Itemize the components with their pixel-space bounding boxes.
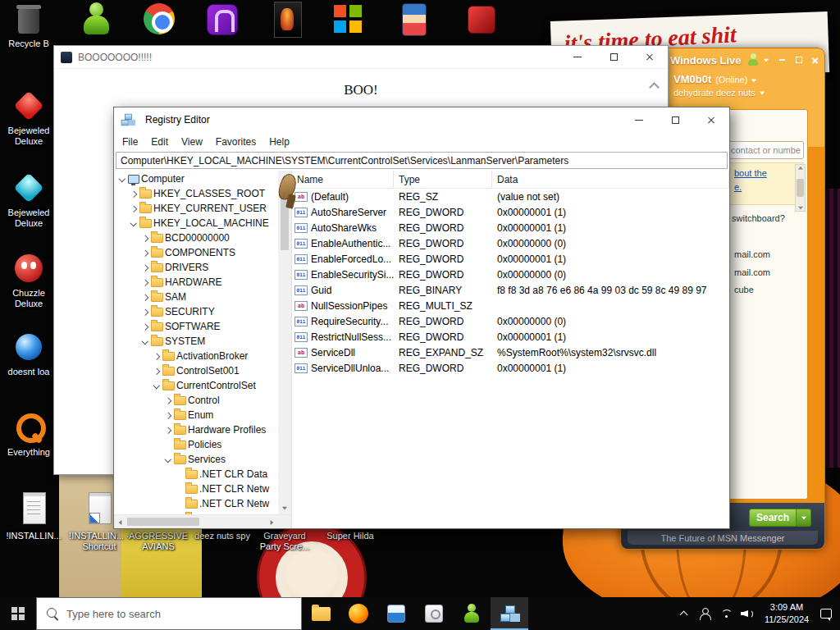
column-header-type[interactable]: Type (394, 171, 492, 188)
value-row-servicedll[interactable]: abServiceDllREG_EXPAND_SZ%SystemRoot%\sy… (292, 345, 729, 360)
scroll-up-button[interactable] (278, 171, 291, 183)
expand-chevron-icon[interactable] (163, 411, 172, 420)
scrollbar-thumb[interactable] (797, 179, 804, 197)
network-button[interactable] (715, 597, 737, 630)
scrollbar-thumb[interactable] (127, 518, 199, 526)
desktop-icon-msn-buddy[interactable] (77, 2, 116, 36)
taskbar-app-registry-editor[interactable] (491, 597, 528, 630)
tree-node-sam[interactable]: SAM (114, 290, 278, 304)
expand-chevron-icon[interactable] (152, 352, 161, 361)
people-button[interactable] (694, 597, 715, 630)
expand-chevron-icon[interactable] (163, 396, 172, 405)
desktop-icon-windows-logo[interactable] (328, 2, 368, 36)
tree-node-policies[interactable]: Policies (114, 437, 278, 452)
tree-node-hardware-profiles[interactable]: Hardware Profiles (114, 422, 278, 437)
tree-node-net-clr-netw[interactable]: .NET CLR Netw (114, 496, 278, 511)
column-header-data[interactable]: Data (492, 171, 729, 188)
tree-horizontal-scrollbar[interactable] (114, 514, 291, 528)
maximize-button[interactable] (792, 54, 806, 66)
messenger-link-2[interactable]: e. (734, 182, 742, 192)
status-dropdown-icon[interactable] (751, 80, 756, 83)
search-dropdown-button[interactable] (797, 509, 811, 527)
value-row-enableauthentic[interactable]: 011EnableAuthentic...REG_DWORD0x00000000… (292, 235, 729, 251)
maximize-button[interactable] (657, 107, 693, 132)
collapse-chevron-icon[interactable] (117, 175, 126, 184)
tree-node-software[interactable]: SOFTWARE (114, 319, 278, 334)
value-row-servicedllunloa[interactable]: 011ServiceDllUnloa...REG_DWORD0x00000001… (292, 360, 729, 376)
boo-titlebar[interactable]: BOOOOOOO!!!!! (54, 46, 668, 69)
tree-node-net-clr-netw[interactable]: .NET CLR Netw (114, 482, 278, 496)
value-row-restrictnullsess[interactable]: 011RestrictNullSess...REG_DWORD0x0000000… (292, 329, 729, 345)
desktop-icon-purple-app[interactable] (202, 2, 241, 36)
scroll-up-icon[interactable] (798, 167, 803, 170)
close-button[interactable] (809, 54, 822, 66)
taskbar-app-msn-messenger[interactable] (453, 597, 491, 630)
tree-node-hkey-classes-root[interactable]: HKEY_CLASSES_ROOT (114, 186, 278, 201)
taskbar-app-app-window[interactable] (377, 597, 415, 630)
tree-node-computer[interactable]: Computer (114, 171, 278, 186)
message-dropdown-icon[interactable] (759, 91, 764, 94)
value-row-enablesecuritysi[interactable]: 011EnableSecuritySi...REG_DWORD0x0000000… (292, 267, 729, 282)
expand-chevron-icon[interactable] (129, 189, 138, 199)
desktop-icon-bejeweled-deluxe[interactable]: Bejeweled Deluxe (2, 89, 56, 146)
tree-node-hkey-current-user[interactable]: HKEY_CURRENT_USER (114, 201, 278, 216)
expand-chevron-icon[interactable] (140, 308, 149, 317)
menu-favorites[interactable]: Favorites (209, 134, 262, 150)
search-button[interactable]: Search (749, 509, 797, 527)
column-header-name[interactable]: Name (292, 171, 394, 188)
tree-node-drivers[interactable]: DRIVERS (114, 260, 278, 275)
tree-node-control[interactable]: Control (114, 393, 278, 408)
messenger-scrollbar[interactable] (795, 164, 806, 212)
desktop-icon-installin[interactable]: !INSTALLIN... (3, 491, 64, 541)
expand-chevron-icon[interactable] (140, 249, 149, 258)
expand-chevron-icon[interactable] (129, 204, 138, 213)
action-center-button[interactable] (815, 597, 837, 630)
start-button[interactable] (0, 597, 36, 630)
close-button[interactable] (632, 46, 668, 68)
desktop-icon-bejeweled-deluxe[interactable]: Bejeweled Deluxe (2, 171, 56, 228)
desktop-icon-doom-app[interactable] (267, 2, 307, 36)
minimize-button[interactable] (559, 46, 596, 68)
minimize-button[interactable] (621, 107, 657, 132)
value-row-enableforcedlo[interactable]: 011EnableForcedLo...REG_DWORD0x00000001 … (292, 251, 729, 267)
expand-chevron-icon[interactable] (140, 322, 149, 331)
taskbar-search[interactable]: Type here to search (36, 597, 302, 630)
desktop-icon-doesnt-loa[interactable]: doesnt loa (2, 330, 56, 377)
tree-node-system[interactable]: SYSTEM (114, 334, 278, 349)
expand-chevron-icon[interactable] (140, 293, 149, 302)
address-input[interactable]: Computer\HKEY_LOCAL_MACHINE\SYSTEM\Curre… (116, 152, 728, 169)
scroll-right-button[interactable] (266, 515, 278, 528)
expand-chevron-icon[interactable] (152, 367, 161, 376)
value-row-requiresecurity[interactable]: 011RequireSecurity...REG_DWORD0x00000000… (292, 313, 729, 329)
desktop-icon-everything[interactable]: Everything (2, 410, 56, 458)
scrollbar-thumb[interactable] (281, 185, 289, 250)
value-row-nullsessionpipes[interactable]: abNullSessionPipesREG_MULTI_SZ (292, 298, 729, 313)
volume-button[interactable] (737, 597, 758, 630)
tree-node-hardware[interactable]: HARDWARE (114, 275, 278, 290)
menu-file[interactable]: File (116, 134, 144, 150)
tree-node-net-clr-data[interactable]: .NET CLR Data (114, 467, 278, 482)
tree-node-services[interactable]: Services (114, 452, 278, 467)
collapse-chevron-icon[interactable] (140, 337, 149, 346)
tree-node-controlset001[interactable]: ControlSet001 (114, 363, 278, 378)
value-row-guid[interactable]: 011GuidREG_BINARYf8 f8 3d a8 76 e6 86 4a… (292, 282, 729, 298)
desktop-icon-red-app[interactable] (461, 2, 500, 36)
collapse-chevron-icon[interactable] (163, 455, 172, 464)
value-row-autoshareserver[interactable]: 011AutoShareServerREG_DWORD0x00000001 (1… (292, 204, 729, 220)
contact-search-input[interactable]: contact or numbe (727, 141, 804, 159)
desktop-icon-chuzzle-deluxe[interactable]: Chuzzle Deluxe (2, 251, 56, 308)
taskbar-app-firefox[interactable] (340, 597, 377, 630)
tree-node-security[interactable]: SECURITY (114, 304, 278, 319)
desktop-icon-recycle-b[interactable]: Recycle B (2, 2, 56, 49)
tray-overflow-button[interactable] (673, 597, 694, 630)
collapse-chevron-icon[interactable] (152, 381, 161, 390)
expand-chevron-icon[interactable] (140, 234, 149, 243)
tree-node-currentcontrolset[interactable]: CurrentControlSet (114, 378, 278, 393)
expand-chevron-icon[interactable] (140, 263, 149, 272)
tree-node-components[interactable]: COMPONENTS (114, 245, 278, 260)
close-button[interactable] (693, 107, 729, 132)
regedit-titlebar[interactable]: Registry Editor (114, 107, 729, 132)
taskbar-app-media-app[interactable] (415, 597, 453, 630)
tree-node-hkey-local-machine[interactable]: HKEY_LOCAL_MACHINE (114, 216, 278, 231)
messenger-link-1[interactable]: bout the (734, 168, 767, 178)
